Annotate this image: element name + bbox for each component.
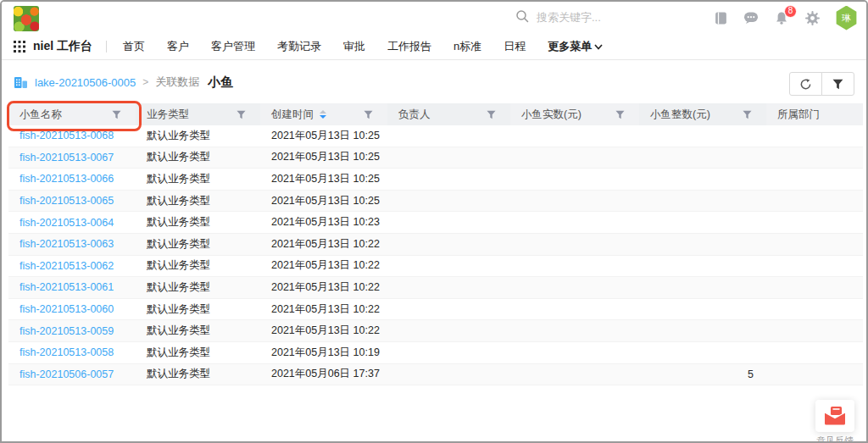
cell-biz-type: 默认业务类型 bbox=[136, 215, 260, 230]
nav-item[interactable]: 日程 bbox=[504, 39, 526, 54]
cell-fish-name[interactable]: fish-20210513-0061 bbox=[8, 281, 136, 293]
table-row[interactable]: fish-20210513-0064 默认业务类型 2021年05月13日 10… bbox=[8, 212, 863, 234]
nav-item[interactable]: 审批 bbox=[343, 39, 365, 54]
table-header-cell[interactable]: 小鱼整数(元) bbox=[639, 103, 766, 125]
cell-fish-name[interactable]: fish-20210513-0060 bbox=[8, 303, 136, 315]
column-filter-icon[interactable] bbox=[236, 110, 246, 119]
cell-biz-type: 默认业务类型 bbox=[136, 302, 260, 317]
table-body: fish-20210513-0068 默认业务类型 2021年05月13日 10… bbox=[8, 125, 863, 385]
app-window: 搜索关键字... 8 琳 niel 工作台 首页客户客户管理考勤记录审批工作 bbox=[0, 0, 868, 443]
envelope-icon bbox=[824, 407, 846, 425]
cell-fish-name[interactable]: fish-20210513-0067 bbox=[8, 152, 136, 163]
building-icon bbox=[14, 75, 28, 89]
nav-more-label: 更多菜单 bbox=[548, 39, 592, 54]
page-title: 小鱼 bbox=[208, 75, 233, 91]
nav-more-menu[interactable]: 更多菜单 bbox=[548, 39, 603, 54]
table-row[interactable]: fish-20210513-0060 默认业务类型 2021年05月13日 10… bbox=[8, 299, 863, 321]
refresh-button[interactable] bbox=[789, 72, 822, 96]
breadcrumb-section: 关联数据 bbox=[155, 75, 199, 90]
column-label: 所属部门 bbox=[777, 108, 820, 122]
table-row[interactable]: fish-20210513-0066 默认业务类型 2021年05月13日 10… bbox=[8, 169, 863, 191]
table-row[interactable]: fish-20210513-0063 默认业务类型 2021年05月13日 10… bbox=[8, 234, 863, 256]
filter-button[interactable] bbox=[821, 72, 854, 96]
table-header-cell[interactable]: 业务类型 bbox=[136, 103, 260, 125]
cell-created-at: 2021年05月06日 17:37 bbox=[260, 367, 387, 381]
sort-asc-icon[interactable] bbox=[320, 110, 326, 114]
cell-created-at: 2021年05月13日 10:25 bbox=[260, 194, 387, 208]
global-search[interactable]: 搜索关键字... bbox=[515, 2, 601, 34]
column-label: 创建时间 bbox=[271, 108, 314, 122]
column-label: 负责人 bbox=[398, 108, 431, 122]
notifications-bell-icon[interactable]: 8 bbox=[774, 10, 789, 25]
search-placeholder: 搜索关键字... bbox=[537, 10, 601, 25]
cell-biz-type: 默认业务类型 bbox=[136, 258, 260, 273]
cell-created-at: 2021年05月13日 10:25 bbox=[260, 172, 387, 186]
cell-biz-type: 默认业务类型 bbox=[136, 324, 260, 338]
column-label: 业务类型 bbox=[147, 108, 189, 122]
cell-biz-type: 默认业务类型 bbox=[136, 172, 260, 186]
cell-fish-name[interactable]: fish-20210513-0066 bbox=[8, 173, 136, 185]
table-row[interactable]: fish-20210513-0068 默认业务类型 2021年05月13日 10… bbox=[8, 125, 863, 147]
apps-grid-icon[interactable] bbox=[14, 41, 25, 53]
column-label: 小鱼整数(元) bbox=[650, 108, 710, 122]
column-filter-icon[interactable] bbox=[364, 110, 373, 119]
cell-fish-name[interactable]: fish-20210513-0065 bbox=[8, 195, 136, 207]
feedback-card[interactable] bbox=[815, 400, 854, 432]
feedback-label: 意见反馈 bbox=[814, 435, 856, 443]
cell-biz-type: 默认业务类型 bbox=[136, 237, 260, 252]
cell-fish-name[interactable]: fish-20210513-0059 bbox=[8, 325, 136, 337]
table-row[interactable]: fish-20210513-0059 默认业务类型 2021年05月13日 10… bbox=[8, 320, 863, 342]
sort-control[interactable] bbox=[320, 110, 326, 119]
column-filter-icon[interactable] bbox=[112, 110, 121, 119]
table-header-cell[interactable]: 小鱼实数(元) bbox=[510, 103, 639, 125]
workspace-label[interactable]: niel 工作台 bbox=[33, 39, 92, 54]
table-header-cell[interactable]: 创建时间 bbox=[260, 103, 387, 125]
table-row[interactable]: fish-20210513-0061 默认业务类型 2021年05月13日 10… bbox=[8, 277, 863, 299]
table-row[interactable]: fish-20210513-0065 默认业务类型 2021年05月13日 10… bbox=[8, 191, 863, 213]
cell-created-at: 2021年05月13日 10:22 bbox=[260, 302, 387, 317]
chevron-down-icon bbox=[594, 44, 603, 50]
nav-item[interactable]: 工作报告 bbox=[387, 39, 431, 54]
cell-fish-name[interactable]: fish-20210506-0057 bbox=[8, 368, 136, 380]
user-avatar[interactable]: 琳 bbox=[835, 6, 858, 30]
breadcrumb-parent-link[interactable]: lake-20210506-0005 bbox=[35, 76, 136, 89]
table-row[interactable]: fish-20210513-0067 默认业务类型 2021年05月13日 10… bbox=[8, 147, 863, 169]
column-label: 小鱼名称 bbox=[19, 108, 62, 122]
nav-item[interactable]: n标准 bbox=[453, 39, 481, 54]
table-header-cell[interactable]: 小鱼名称 bbox=[8, 103, 136, 125]
breadcrumb-bar: lake-20210506-0005 > 关联数据 小鱼 bbox=[2, 61, 866, 103]
column-filter-icon[interactable] bbox=[743, 110, 752, 119]
breadcrumb-separator: > bbox=[142, 76, 148, 88]
cell-int-amount: 5 bbox=[639, 368, 766, 380]
cell-created-at: 2021年05月13日 10:25 bbox=[260, 129, 387, 143]
topbar-icons: 8 琳 bbox=[713, 2, 858, 34]
table-header: 小鱼名称 业务类型 创建时间 负责人 小鱼实数(元) 小鱼整数(元) bbox=[8, 103, 863, 125]
cell-fish-name[interactable]: fish-20210513-0058 bbox=[8, 346, 136, 358]
cell-created-at: 2021年05月13日 10:22 bbox=[260, 258, 387, 273]
cell-biz-type: 默认业务类型 bbox=[136, 346, 260, 360]
nav-item[interactable]: 客户 bbox=[167, 39, 189, 54]
cell-fish-name[interactable]: fish-20210513-0062 bbox=[8, 260, 136, 272]
cell-fish-name[interactable]: fish-20210513-0064 bbox=[8, 217, 136, 229]
cell-created-at: 2021年05月13日 10:22 bbox=[260, 237, 387, 252]
table-row[interactable]: fish-20210513-0062 默认业务类型 2021年05月13日 10… bbox=[8, 256, 863, 278]
journal-icon[interactable] bbox=[713, 10, 728, 25]
nav-item[interactable]: 首页 bbox=[123, 39, 145, 54]
gear-icon[interactable] bbox=[804, 10, 820, 25]
table-toolbar bbox=[789, 72, 854, 96]
cell-fish-name[interactable]: fish-20210513-0063 bbox=[8, 238, 136, 250]
notification-badge: 8 bbox=[784, 5, 797, 18]
table-row[interactable]: fish-20210506-0057 默认业务类型 2021年05月06日 17… bbox=[8, 364, 863, 386]
sort-desc-icon[interactable] bbox=[320, 115, 326, 119]
nav-item[interactable]: 考勤记录 bbox=[277, 39, 321, 54]
table-row[interactable]: fish-20210513-0058 默认业务类型 2021年05月13日 10… bbox=[8, 342, 863, 364]
table-header-cell[interactable]: 所属部门 bbox=[766, 103, 863, 125]
table-header-cell[interactable]: 负责人 bbox=[387, 103, 510, 125]
nav-item[interactable]: 客户管理 bbox=[211, 39, 255, 54]
feedback-widget[interactable]: 意见反馈 bbox=[814, 400, 856, 443]
column-filter-icon[interactable] bbox=[615, 110, 625, 119]
column-label: 小鱼实数(元) bbox=[521, 108, 581, 122]
cell-fish-name[interactable]: fish-20210513-0068 bbox=[8, 130, 136, 141]
chat-icon[interactable] bbox=[743, 10, 759, 25]
column-filter-icon[interactable] bbox=[487, 110, 496, 119]
